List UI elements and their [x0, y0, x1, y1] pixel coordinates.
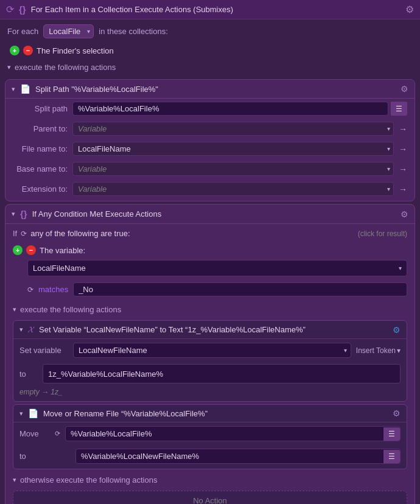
filename-to-dropdown-wrapper[interactable]: LocalFileName — [72, 142, 394, 156]
set-variable-dropdown-chevron[interactable]: ▾ — [340, 345, 351, 356]
for-each-row: For each LocalFile in these collections: — [0, 19, 420, 43]
filename-to-dropdown[interactable]: LocalFileName — [72, 142, 394, 156]
inner-execute-label: execute the following actions — [20, 305, 121, 314]
condition-title: If Any Condition Met Execute Actions — [32, 209, 396, 219]
split-path-title: Split Path "%Variable%LocalFile%" — [35, 85, 396, 94]
move-to-input-wrapper: ☰ — [75, 449, 401, 464]
inner-execute-chevron-icon[interactable]: ▾ — [13, 306, 16, 313]
set-variable-input[interactable] — [74, 343, 340, 357]
matches-cycle-icon: ⟳ — [27, 285, 33, 294]
set-variable-header: ▾ 𝓧 Set Variable “LocalNewFileName” to T… — [13, 321, 407, 339]
split-path-input[interactable] — [72, 102, 388, 116]
collection-icon: ⟳ — [6, 4, 14, 15]
basename-to-dropdown[interactable]: Variable — [72, 162, 394, 176]
basename-to-label: Base name to: — [13, 164, 68, 173]
condition-gear-button[interactable]: ⚙ — [401, 209, 408, 219]
condition-remove-button[interactable]: − — [26, 245, 36, 255]
execute-label: execute the following actions — [15, 63, 116, 72]
move-source-input[interactable] — [66, 427, 383, 441]
to-value-input[interactable] — [43, 364, 401, 383]
add-button[interactable]: + — [10, 46, 19, 55]
filename-to-label: File name to: — [13, 144, 68, 153]
header-left: ⟳ {} For Each Item in a Collection Execu… — [6, 4, 233, 15]
header-gear-button[interactable]: ⚙ — [405, 4, 414, 15]
local-filename-dropdown[interactable]: LocalFileName ▾ — [27, 260, 407, 276]
remove-button[interactable]: − — [23, 46, 33, 55]
if-label: If — [13, 229, 17, 238]
filename-to-arrow-icon: → — [399, 144, 407, 154]
move-dest-input[interactable] — [76, 449, 383, 463]
set-var-icon: 𝓧 — [28, 324, 34, 335]
in-these-collections-label: in these collections: — [99, 27, 167, 36]
extension-to-dropdown-wrapper[interactable]: Variable — [72, 182, 394, 196]
basename-to-field-row: Base name to: Variable → — [5, 159, 415, 179]
parent-to-field-row: Parent to: Variable → — [5, 119, 415, 139]
extension-to-arrow-icon: → — [399, 184, 407, 194]
split-path-label: Split path — [13, 104, 68, 113]
move-dest-var-button[interactable]: ☰ — [383, 450, 400, 463]
otherwise-chevron-icon[interactable]: ▾ — [13, 476, 16, 484]
condition-header: ▾ {} If Any Condition Met Execute Action… — [5, 205, 415, 224]
parent-to-dropdown-wrapper[interactable]: Variable — [72, 122, 394, 136]
split-path-chevron-icon[interactable]: ▾ — [12, 85, 15, 93]
condition-if-row: If ⟳ any of the following are true: (cli… — [5, 224, 415, 243]
move-file-header: ▾ 📄 Move or Rename File “%Variable%Local… — [13, 405, 407, 422]
set-var-gear-button[interactable]: ⚙ — [393, 325, 401, 335]
move-label: Move — [19, 429, 50, 438]
cycle-icon: ⟳ — [21, 229, 27, 238]
execute-chevron-icon[interactable]: ▾ — [7, 63, 11, 71]
move-field-row: Move ⟳ ☰ — [13, 422, 407, 445]
no-action-box: No Action — [13, 491, 407, 504]
condition-curly-icon: {} — [20, 209, 27, 219]
condition-chevron-icon[interactable]: ▾ — [12, 210, 15, 218]
finder-row: + − The Finder's selection — [0, 43, 420, 60]
local-filename-value: LocalFileName — [33, 264, 86, 273]
curly-icon: {} — [19, 4, 26, 15]
empty-result-row: empty → 1z_ — [13, 386, 407, 401]
split-path-header: ▾ 📄 Split Path "%Variable%LocalFile%" ⚙ — [5, 80, 415, 99]
local-file-dropdown[interactable]: LocalFile — [43, 24, 94, 38]
variable-dropdown-row: LocalFileName ▾ — [5, 257, 415, 279]
split-path-gear-button[interactable]: ⚙ — [401, 84, 408, 94]
filename-to-field-row: File name to: LocalFileName → — [5, 139, 415, 159]
move-file-block: ▾ 📄 Move or Rename File “%Variable%Local… — [13, 404, 407, 469]
move-file-gear-button[interactable]: ⚙ — [393, 408, 401, 418]
split-path-block: ▾ 📄 Split Path "%Variable%LocalFile%" ⚙ … — [5, 79, 415, 201]
basename-to-arrow-icon: → — [399, 164, 407, 174]
insert-token-button[interactable]: Insert Token ▾ — [356, 346, 401, 355]
finder-selection-text: The Finder's selection — [37, 46, 114, 55]
click-result-text[interactable]: (click for result) — [358, 229, 407, 238]
basename-to-dropdown-wrapper[interactable]: Variable — [72, 162, 394, 176]
empty-result-text: empty → 1z_ — [19, 388, 63, 396]
move-to-field-row: to ☰ — [13, 445, 407, 469]
set-var-name-row: Set variable ▾ Insert Token ▾ — [13, 339, 407, 362]
parent-to-label: Parent to: — [13, 124, 68, 133]
to-label: to — [19, 369, 38, 379]
split-path-var-button[interactable]: ☰ — [391, 102, 407, 116]
matches-row: ⟳ matches — [5, 279, 415, 301]
execute-label-row: ▾ execute the following actions — [0, 60, 420, 77]
extension-to-label: Extension to: — [13, 184, 68, 194]
condition-add-button[interactable]: + — [13, 245, 23, 255]
move-source-var-button[interactable]: ☰ — [383, 427, 400, 441]
move-to-label: to — [19, 452, 50, 461]
local-filename-chevron: ▾ — [399, 265, 402, 271]
set-var-chevron-icon[interactable]: ▾ — [19, 326, 23, 334]
move-cycle-icon: ⟳ — [55, 430, 60, 438]
header-bar: ⟳ {} For Each Item in a Collection Execu… — [0, 0, 420, 19]
parent-to-dropdown[interactable]: Variable — [72, 122, 394, 136]
move-file-chevron-icon[interactable]: ▾ — [19, 410, 23, 418]
move-file-title: Move or Rename File “%Variable%LocalFile… — [43, 409, 388, 418]
set-var-title: Set Variable “LocalNewFileName” to Text … — [39, 325, 388, 334]
local-file-dropdown-wrapper[interactable]: LocalFile — [43, 24, 94, 38]
move-file-doc-icon: 📄 — [28, 408, 38, 418]
split-path-input-group: ☰ — [72, 102, 407, 116]
matches-value-input[interactable] — [73, 282, 407, 296]
any-of-following-text: any of the following are true: — [30, 229, 130, 238]
set-variable-block: ▾ 𝓧 Set Variable “LocalNewFileName” to T… — [13, 320, 407, 402]
set-var-to-row: to — [13, 362, 407, 386]
extension-to-dropdown[interactable]: Variable — [72, 182, 394, 196]
matches-label[interactable]: matches — [38, 285, 68, 294]
for-each-label: For each — [7, 27, 38, 36]
set-variable-input-wrapper[interactable]: ▾ — [73, 343, 351, 358]
